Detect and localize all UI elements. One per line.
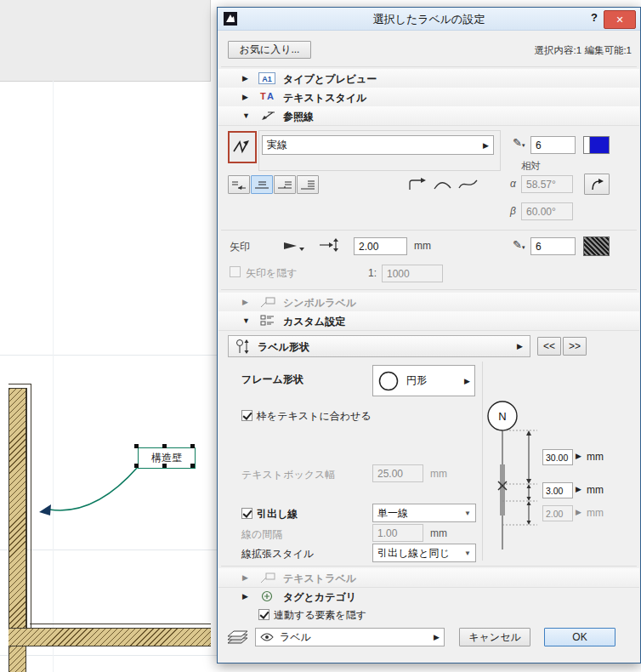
hide-arrow-checkbox — [230, 266, 241, 277]
fit-frame-checkbox[interactable] — [241, 410, 252, 421]
leader-position-button-3[interactable] — [274, 175, 296, 194]
section-text-label[interactable]: ▶ テキストラベル — [218, 568, 639, 588]
textbox-width-field: 25.00 — [372, 464, 423, 482]
leader-arrowhead-icon — [39, 504, 51, 515]
section-symbol-label[interactable]: ▶ シンボルラベル — [218, 293, 639, 312]
textbox-width-label: テキストボックス幅 — [241, 468, 335, 482]
scale-value: 1000 — [387, 268, 410, 280]
spin-arrow-icon[interactable]: ▶ — [576, 453, 581, 460]
selection-handle[interactable] — [190, 444, 195, 448]
arrow-pattern-button[interactable] — [583, 236, 610, 256]
dialog-title-bar[interactable]: 選択したラベルの設定 ? ✕ — [218, 8, 640, 31]
expand-panel-button[interactable]: >> — [563, 337, 587, 356]
scale-field: 1000 — [382, 265, 443, 282]
close-button[interactable]: ✕ — [604, 10, 636, 29]
layer-combo[interactable]: ラベル ▶ — [255, 628, 445, 646]
relative-label: 相対 — [521, 160, 541, 173]
leader-style-straight-button[interactable] — [406, 177, 428, 192]
section-text-style[interactable]: ▶ T A テキストスタイル — [218, 88, 639, 107]
section-custom-settings[interactable]: ▼ カスタム設定 — [218, 311, 639, 331]
arc-line-icon — [432, 177, 454, 192]
dim-bottom-field: 2.00 — [542, 505, 573, 521]
help-button[interactable]: ? — [591, 11, 598, 24]
collapse-panel-button[interactable]: << — [537, 337, 561, 356]
leader-position-button-1[interactable] — [228, 175, 250, 194]
line-pen-value: 6 — [536, 140, 542, 151]
eye-icon — [260, 633, 274, 641]
arrow-pen-field[interactable]: 6 — [530, 237, 576, 255]
section-tags-categories[interactable]: ▶ タグとカテゴリ — [218, 587, 639, 606]
pen-color-swatch[interactable] — [583, 136, 610, 154]
leader-position-button-2[interactable] — [251, 175, 273, 194]
arrow-pen-value: 6 — [536, 241, 542, 253]
menu-arrow-icon: ▶ — [483, 141, 489, 150]
dim-top-unit: mm — [587, 451, 604, 463]
structural-wall-label[interactable]: 構造壁 — [138, 447, 196, 469]
symbol-label-icon — [260, 297, 275, 308]
leader-position-button-4[interactable] — [297, 175, 319, 194]
section-label: 参照線 — [283, 110, 314, 124]
favorites-button[interactable]: お気に入り... — [228, 41, 311, 59]
leader-type-combo[interactable]: 単一線 ▼ — [372, 504, 476, 522]
layer-value: ラベル — [280, 630, 311, 645]
menu-arrow-icon: ▶ — [434, 633, 440, 641]
line-extension-label: 線拡張スタイル — [241, 547, 314, 561]
spline-line-icon — [457, 177, 479, 192]
arrow-size-field[interactable]: 2.00 — [354, 237, 407, 255]
arrowhead-type-button[interactable] — [282, 241, 304, 252]
hide-linked-checkbox[interactable] — [258, 609, 269, 620]
line-extension-combo[interactable]: 引出し線と同じ ▼ — [372, 544, 476, 562]
label-text: 構造壁 — [151, 451, 182, 465]
leader-label: 引出し線 — [257, 507, 298, 521]
selection-info: 選択内容:1 編集可能:1 — [535, 44, 632, 57]
expand-panel-label: >> — [569, 340, 581, 352]
selection-handle[interactable] — [134, 464, 139, 468]
angle-alpha-field: 58.57° — [521, 175, 573, 193]
hide-arrow-label: 矢印を隠す — [246, 266, 298, 281]
swatch-blue-part — [590, 137, 609, 153]
swatch-white-part — [584, 137, 590, 153]
section-reference-line[interactable]: ▼ 参照線 — [218, 106, 639, 126]
angle-alpha-value: 58.57° — [526, 179, 556, 191]
cancel-button[interactable]: キャンセル — [459, 628, 530, 646]
leader-style-spline-button[interactable] — [457, 177, 479, 192]
screen: 構造壁 選択したラベルの設定 ? ✕ お気に入り... 選択内容:1 編集可能:… — [0, 0, 641, 672]
leader-style-arc-button[interactable] — [432, 177, 454, 192]
alpha-icon: α — [510, 178, 516, 190]
line-extension-value: 引出し線と同じ — [377, 546, 450, 561]
text-style-t: T — [260, 91, 266, 101]
line-type-value: 実線 — [267, 138, 287, 152]
dim-top-field[interactable]: 30.00 — [542, 449, 573, 465]
line-pen-field[interactable]: 6 — [530, 136, 576, 154]
dim-bottom-unit: mm — [587, 507, 604, 519]
selection-handle[interactable] — [162, 464, 167, 468]
cancel-button-label: キャンセル — [468, 630, 520, 645]
favorites-button-label: お気に入り... — [240, 43, 300, 57]
ok-button[interactable]: OK — [544, 628, 615, 646]
frame-shape-dropdown[interactable]: 円形 ▶ — [372, 365, 475, 396]
label-shape-title: ラベル形状 — [258, 340, 309, 355]
line-type-dropdown[interactable]: 実線 ▶ — [262, 135, 494, 155]
line-spacing-unit: mm — [430, 527, 447, 539]
label-leader-line[interactable] — [0, 0, 213, 672]
dim-mid-unit: mm — [587, 484, 604, 496]
label-shape-bar[interactable]: ラベル形状 ▶ — [228, 335, 530, 357]
selection-handle[interactable] — [134, 444, 139, 448]
flip-leader-button[interactable] — [584, 174, 610, 195]
leader-checkbox[interactable] — [241, 508, 252, 519]
leader-position-icon — [276, 179, 293, 191]
collapse-triangle-icon: ▶ — [242, 574, 248, 582]
collapse-triangle-icon: ▶ — [242, 75, 248, 83]
layers-icon[interactable] — [226, 629, 249, 646]
spin-arrow-icon[interactable]: ▶ — [576, 486, 581, 493]
selection-handle[interactable] — [162, 444, 167, 448]
dim-mid-field[interactable]: 3.00 — [542, 482, 573, 498]
drawing-canvas[interactable]: 構造壁 — [0, 0, 217, 672]
selection-handle[interactable] — [190, 464, 195, 468]
divider — [221, 230, 637, 231]
line-spacing-value: 1.00 — [377, 527, 397, 539]
collapse-panel-label: << — [543, 340, 555, 352]
geometry-method-button[interactable] — [228, 131, 257, 163]
section-type-preview[interactable]: ▶ A1 タイプとプレビュー — [218, 69, 639, 88]
close-icon: ✕ — [615, 14, 623, 26]
